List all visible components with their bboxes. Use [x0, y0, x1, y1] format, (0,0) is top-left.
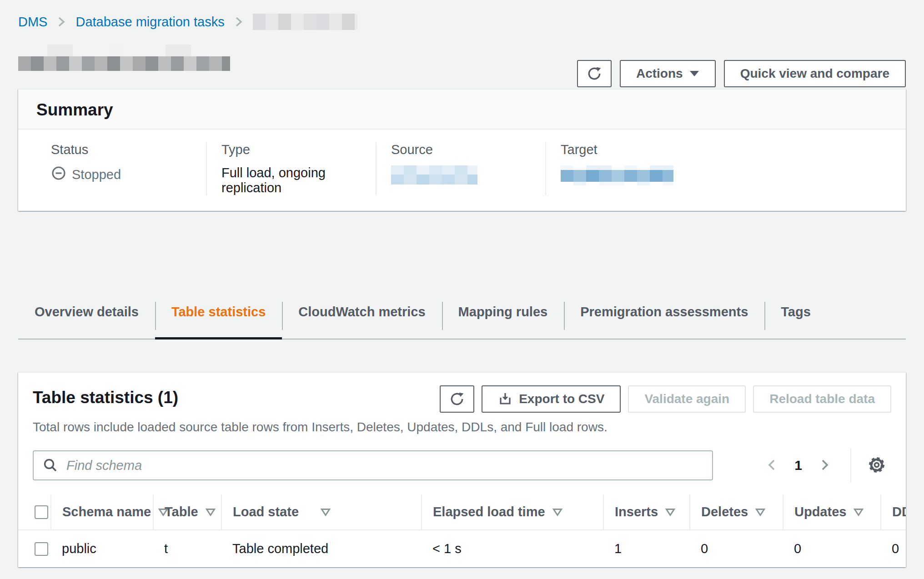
- cell-updates: 0: [783, 530, 881, 567]
- validate-again-label: Validate again: [644, 392, 729, 406]
- reload-table-data-label: Reload table data: [769, 392, 875, 406]
- summary-field-type: Type Full load, ongoing replication: [206, 142, 376, 195]
- tab-table-statistics[interactable]: Table statistics: [155, 291, 282, 339]
- page-header: Actions Quick view and compare: [18, 45, 906, 87]
- type-label: Type: [221, 142, 376, 157]
- download-icon: [498, 392, 512, 406]
- cell-table: t: [153, 530, 221, 567]
- sort-icon: [321, 504, 331, 519]
- sort-icon: [665, 504, 675, 519]
- type-value: Full load, ongoing replication: [221, 165, 376, 195]
- target-value-redacted: [561, 165, 673, 185]
- tab-premigration-assessments[interactable]: Premigration assessments: [564, 291, 764, 339]
- search-icon: [43, 458, 58, 475]
- breadcrumb-task-name-redacted: [253, 14, 357, 30]
- table-row: public t Table completed < 1 s 1 0 0 0: [18, 530, 906, 567]
- tab-overview-details[interactable]: Overview details: [18, 291, 155, 339]
- column-header-load-state[interactable]: Load state: [221, 494, 422, 530]
- tab-mapping-rules[interactable]: Mapping rules: [442, 291, 564, 339]
- cell-ddls: 0: [881, 530, 906, 567]
- table-statistics-title: Table statistics (1): [33, 388, 178, 407]
- status-text: Stopped: [72, 167, 121, 182]
- status-label: Status: [51, 142, 206, 157]
- header-actions: Actions Quick view and compare: [577, 60, 906, 87]
- table-header-row: Schema name Table Load state: [18, 494, 906, 530]
- table-statistics-description: Total rows include loaded source table r…: [18, 420, 906, 434]
- select-all-header: [18, 494, 51, 530]
- target-label: Target: [561, 142, 715, 157]
- validate-again-button: Validate again: [628, 385, 746, 413]
- column-header-schema-name[interactable]: Schema name: [51, 494, 153, 530]
- chevron-right-icon: [56, 15, 66, 29]
- export-to-csv-button[interactable]: Export to CSV: [482, 385, 621, 413]
- summary-field-source: Source: [376, 142, 545, 195]
- export-to-csv-label: Export to CSV: [519, 392, 604, 406]
- reload-table-data-button: Reload table data: [753, 385, 891, 413]
- summary-title: Summary: [36, 100, 888, 120]
- task-name-redacted: [18, 45, 230, 71]
- actions-button-label: Actions: [636, 66, 683, 81]
- column-label: Deletes: [701, 504, 748, 519]
- refresh-icon: [587, 66, 602, 81]
- table-statistics-header: Table statistics (1) Export to CSV Valid…: [18, 385, 906, 413]
- table-refresh-button[interactable]: [440, 385, 474, 413]
- refresh-button[interactable]: [577, 60, 612, 87]
- pagination: 1: [762, 448, 891, 483]
- column-label: DDLs: [892, 504, 906, 519]
- breadcrumb: DMS Database migration tasks: [18, 14, 906, 30]
- cell-load-state: Table completed: [221, 530, 422, 567]
- breadcrumb-link-tasks[interactable]: Database migration tasks: [75, 15, 224, 30]
- next-page-button[interactable]: [815, 454, 835, 477]
- minus-circle-icon: [51, 165, 66, 184]
- current-page-number: 1: [794, 458, 802, 473]
- search-box: [33, 450, 713, 480]
- summary-grid: Status Stopped Type Full load, ongoing r…: [18, 130, 906, 211]
- table-statistics-table: Schema name Table Load state: [18, 494, 906, 567]
- tab-tags[interactable]: Tags: [764, 291, 827, 339]
- column-header-deletes[interactable]: Deletes: [690, 494, 783, 530]
- row-checkbox[interactable]: [35, 542, 48, 556]
- status-value: Stopped: [51, 165, 206, 184]
- caret-down-icon: [689, 70, 699, 77]
- summary-panel: Summary Status Stopped Type Full load, o…: [18, 89, 906, 211]
- summary-field-status: Status Stopped: [36, 142, 206, 195]
- column-label: Load state: [233, 504, 299, 519]
- find-schema-input[interactable]: [33, 450, 713, 480]
- tab-cloudwatch-metrics[interactable]: CloudWatch metrics: [282, 291, 442, 339]
- sort-icon: [854, 504, 864, 519]
- summary-field-target: Target: [545, 142, 715, 195]
- summary-panel-header: Summary: [18, 90, 906, 130]
- table-statistics-table-wrap: Schema name Table Load state: [18, 494, 906, 567]
- column-header-updates[interactable]: Updates: [783, 494, 881, 530]
- column-label: Updates: [794, 504, 846, 519]
- table-statistics-panel: Table statistics (1) Export to CSV Valid…: [18, 372, 906, 567]
- table-statistics-buttons: Export to CSV Validate again Reload tabl…: [440, 385, 891, 413]
- gear-icon: [868, 456, 886, 475]
- search-row: 1: [18, 434, 906, 494]
- chevron-left-icon: [765, 458, 778, 474]
- preferences-button[interactable]: [865, 453, 889, 478]
- quick-view-label: Quick view and compare: [740, 66, 889, 81]
- cell-schema-name: public: [51, 530, 153, 567]
- quick-view-and-compare-button[interactable]: Quick view and compare: [724, 60, 906, 87]
- previous-page-button[interactable]: [762, 454, 782, 477]
- column-header-inserts[interactable]: Inserts: [603, 494, 690, 530]
- actions-button[interactable]: Actions: [620, 60, 716, 87]
- cell-inserts: 1: [603, 530, 690, 567]
- breadcrumb-link-dms[interactable]: DMS: [18, 15, 47, 30]
- cell-deletes: 0: [690, 530, 783, 567]
- column-header-elapsed-load-time[interactable]: Elapsed load time: [422, 494, 603, 530]
- column-label: Elapsed load time: [433, 504, 545, 519]
- chevron-right-icon: [819, 458, 831, 474]
- task-detail-tabs: Overview details Table statistics CloudW…: [18, 291, 906, 339]
- pagination-divider: [850, 448, 851, 483]
- column-label: Inserts: [615, 504, 658, 519]
- column-label: Schema name: [62, 504, 151, 519]
- row-select-cell: [18, 530, 51, 567]
- column-header-ddls[interactable]: DDLs: [881, 494, 906, 530]
- dms-task-page: DMS Database migration tasks Actions: [0, 14, 924, 567]
- refresh-icon: [449, 391, 465, 407]
- source-value-redacted: [391, 165, 477, 185]
- sort-icon: [552, 504, 562, 519]
- select-all-checkbox[interactable]: [35, 505, 48, 519]
